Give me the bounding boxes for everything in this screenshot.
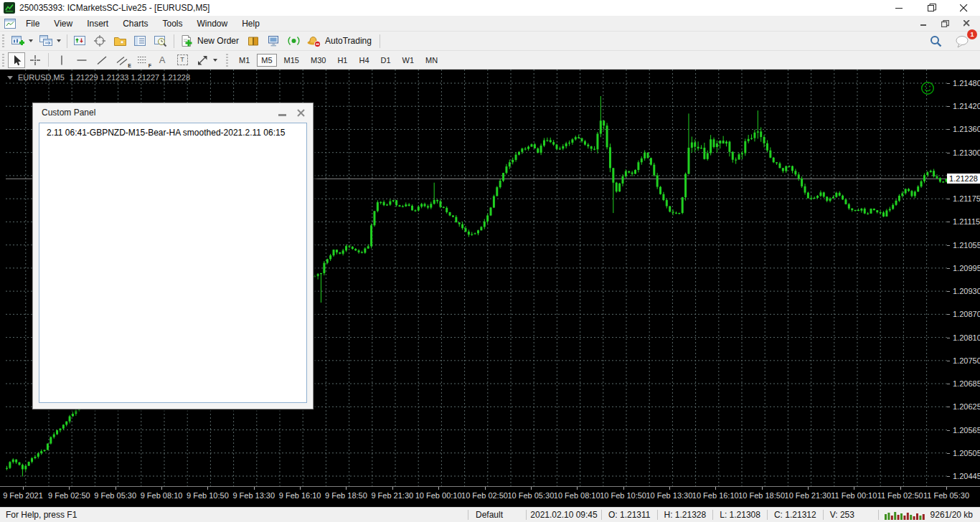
time-axis-label: 10 Feb 13:30 (646, 491, 692, 500)
price-tick (947, 153, 950, 153)
time-tick (23, 487, 24, 490)
time-axis-label: 9 Feb 10:50 (187, 491, 229, 500)
menu-view[interactable]: View (47, 16, 80, 31)
app-logo-icon (4, 2, 15, 14)
channel-glyph: E (128, 63, 131, 68)
price-axis-label: 1.21115 (953, 217, 980, 226)
price-axis-label: 1.20505 (953, 449, 980, 457)
minimize-button[interactable] (883, 0, 915, 16)
time-tick (531, 487, 532, 490)
price-axis-label: 1.20685 (953, 379, 980, 388)
panel-list-item[interactable]: 2.11 06:41-GBPNZD-M15-Bear-HA smoothed-2… (39, 125, 306, 141)
toolbar-grip[interactable] (2, 54, 4, 67)
symbol-dropdown-icon[interactable] (7, 76, 13, 80)
drawing-toolbar: E F A T M1M5M15M30H1H4D1W1MN (0, 51, 980, 70)
timeframe-m1-button[interactable]: M1 (235, 54, 254, 67)
custom-panel-titlebar[interactable]: Custom Panel (33, 103, 313, 122)
time-tick (715, 487, 716, 490)
panel-signal-list[interactable]: 2.11 06:41-GBPNZD-M15-Bear-HA smoothed-2… (39, 123, 307, 403)
chart-window-icon[interactable] (4, 19, 16, 29)
timeframe-d1-button[interactable]: D1 (377, 54, 395, 67)
time-axis-label: 10 Feb 08:10 (554, 491, 600, 500)
crosshair-tool-button[interactable] (25, 52, 45, 68)
custom-panel-dialog[interactable]: Custom Panel 2.11 06:41-GBPNZD-M15-Bear-… (32, 103, 314, 409)
signals-button[interactable] (284, 33, 304, 49)
price-axis-label: 1.20810 (953, 333, 980, 342)
child-close-button[interactable] (958, 18, 974, 29)
time-axis[interactable]: 9 Feb 20219 Feb 02:509 Feb 05:309 Feb 08… (0, 486, 980, 503)
history-center-button[interactable] (244, 33, 264, 49)
price-axis[interactable]: 1.21228 1.214801.214201.213601.213001.21… (947, 70, 980, 486)
time-tick (438, 487, 439, 490)
traffic-label: 9261/20 kb (930, 510, 973, 520)
profiles-dropdown-caret-icon[interactable] (57, 39, 61, 42)
time-axis-label: 11 Feb 00:10 (831, 491, 877, 500)
horizontal-line-tool-button[interactable] (72, 52, 92, 68)
child-minimize-button[interactable] (915, 18, 931, 29)
cursor-tool-button[interactable] (8, 52, 25, 68)
timeframe-m30-button[interactable]: M30 (306, 54, 330, 67)
new-chart-button[interactable] (8, 33, 28, 49)
data-window-button[interactable] (90, 33, 110, 49)
navigator-button[interactable] (110, 33, 131, 49)
fibonacci-tool-button[interactable]: F (132, 52, 152, 68)
time-axis-label: 9 Feb 13:30 (232, 491, 275, 500)
timeframe-mn-button[interactable]: MN (421, 54, 442, 67)
timeframe-m5-button[interactable]: M5 (257, 54, 276, 67)
close-button[interactable] (948, 0, 980, 16)
child-restore-button[interactable] (937, 18, 953, 29)
toolbar-separator (380, 34, 380, 48)
time-tick (254, 487, 255, 490)
toolbar-grip[interactable] (226, 54, 228, 67)
terminal-button[interactable] (131, 33, 151, 49)
timeframe-h4-button[interactable]: H4 (354, 54, 373, 67)
autotrading-button[interactable]: AutoTrading (304, 33, 377, 49)
arrows-tool-button[interactable] (192, 52, 212, 68)
price-tick (947, 245, 950, 246)
price-axis-label: 1.20565 (953, 426, 980, 435)
timeframe-m15-button[interactable]: M15 (280, 54, 303, 67)
time-tick (161, 487, 162, 490)
toolbar-grip[interactable] (2, 34, 4, 47)
panel-close-button[interactable] (296, 108, 306, 118)
status-profile[interactable]: Default (468, 510, 526, 520)
title-bar[interactable]: 250035393: ICMarketsSC-Live25 - [EURUSD,… (0, 0, 980, 16)
arrows-dropdown-caret-icon[interactable] (213, 59, 217, 62)
notifications-button[interactable]: 1 (953, 33, 973, 49)
text-label-tool-button[interactable]: T (172, 52, 192, 68)
timeframe-w1-button[interactable]: W1 (398, 54, 419, 67)
vertical-line-tool-button[interactable] (52, 52, 72, 68)
trendline-tool-button[interactable] (92, 52, 112, 68)
strategy-tester-button[interactable] (151, 33, 171, 49)
panel-minimize-button[interactable] (277, 108, 287, 118)
menu-charts[interactable]: Charts (116, 16, 155, 31)
standard-toolbar: New Order AutoTrading 1 (0, 32, 980, 51)
time-tick (808, 487, 809, 490)
text-tool-button[interactable]: A (152, 52, 172, 68)
profiles-button[interactable] (36, 33, 56, 49)
toolbar-separator (67, 34, 67, 48)
market-watch-button[interactable] (70, 33, 90, 49)
label-tool-glyph: T (177, 54, 188, 65)
menu-window[interactable]: Window (190, 16, 235, 31)
timeframe-h1-button[interactable]: H1 (333, 54, 352, 67)
menu-insert[interactable]: Insert (80, 16, 116, 31)
menu-tools[interactable]: Tools (156, 16, 190, 31)
metaeditor-button[interactable] (264, 33, 284, 49)
new-chart-dropdown-caret-icon[interactable] (29, 39, 33, 42)
price-axis-label: 1.21300 (953, 148, 980, 157)
status-datetime: 2021.02.10 09:45 (527, 510, 601, 520)
text-tool-glyph: A (159, 54, 166, 65)
current-price-tag: 1.21228 (947, 174, 980, 184)
price-tick (947, 199, 950, 199)
menu-help[interactable]: Help (235, 16, 267, 31)
chart-window[interactable]: EURUSD,M5 1.21229 1.21233 1.21227 1.2122… (0, 70, 980, 507)
traffic-bars-icon (885, 511, 926, 520)
price-tick (947, 291, 950, 292)
equidistant-channel-tool-button[interactable]: E (112, 52, 132, 68)
new-order-button[interactable]: New Order (177, 33, 244, 49)
menu-file[interactable]: File (19, 16, 47, 31)
restore-button[interactable] (915, 0, 948, 16)
time-axis-label: 11 Feb 05:30 (923, 491, 969, 500)
search-button[interactable] (925, 33, 946, 49)
